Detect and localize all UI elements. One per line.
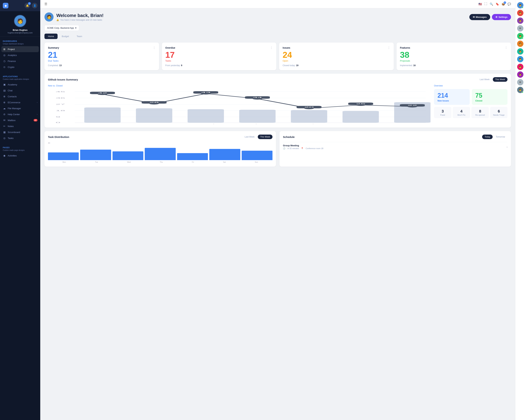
sidebar-item-tasks[interactable]: ◎ Tasks (0, 135, 40, 141)
overdue-card: Overdue ⋮ 17 Tasks From yesterday: 9 (162, 43, 276, 70)
overdue-more-icon[interactable]: ⋮ (270, 46, 273, 49)
today-button[interactable]: Today (482, 135, 493, 139)
sidebar-item-notes[interactable]: ✏ Notes (0, 123, 40, 129)
task-dist-title: Task Distribution (48, 135, 69, 139)
sidebar-item-activities[interactable]: ◉ Activities (0, 153, 40, 159)
sidebar-item-label: Tasks (8, 137, 13, 140)
svg-text:Tue: Tue (147, 124, 161, 124)
messages-icon[interactable]: 💬 (507, 2, 511, 6)
right-panel-avatar-m2[interactable]: M (517, 79, 524, 85)
label-fri: Fri (192, 161, 194, 163)
sidebar-item-contacts[interactable]: ⊕ Contacts (0, 93, 40, 99)
logo-icon[interactable]: ◆ (3, 3, 8, 8)
sidebar-item-academy[interactable]: ▣ Academy (0, 82, 40, 87)
sidebar-item-label: Help Center (8, 113, 20, 116)
scrumboard-icon: ▦ (3, 131, 6, 133)
schedule-time: in 32 minutes (288, 147, 299, 150)
last-week-button[interactable]: Last Week (477, 77, 492, 82)
sidebar-item-scrumboard[interactable]: ▦ Scrumboard (0, 129, 40, 135)
crypto-icon: ⊙ (3, 66, 6, 68)
features-more-icon[interactable]: ⋮ (505, 46, 507, 49)
overdue-number: 17 (165, 51, 273, 59)
user-name: Brian Hughes (13, 29, 28, 31)
page-content: 🧑 Welcome back, Brian! 🔔 You have 2 new … (40, 8, 515, 420)
right-panel-avatar-3[interactable]: 🧑 (517, 18, 524, 24)
summary-more-icon[interactable]: ⋮ (153, 46, 156, 49)
overview-bottom: 3 Fixed 4 Won't Fix 8 Re-opened 6 (434, 107, 507, 118)
sidebar-item-file-manager[interactable]: ☁ File Manager (0, 105, 40, 111)
right-panel-avatar-10[interactable]: 🧑 (517, 71, 524, 78)
sidebar-item-analytics[interactable]: ◎ Analytics (0, 52, 40, 58)
notes-icon: ✏ (3, 125, 6, 128)
tab-budget[interactable]: Budget (58, 34, 73, 39)
right-panel-avatar-7[interactable]: 🧑 (517, 48, 524, 55)
tab-home[interactable]: Home (45, 34, 57, 39)
flag-icon[interactable]: 🇺🇸 (478, 2, 482, 6)
messages-button[interactable]: ✉ Messages (469, 14, 490, 20)
academy-icon: ▣ (3, 83, 6, 86)
right-panel-avatar-5[interactable]: 🧑 (517, 33, 524, 39)
sidebar-item-ecommerce[interactable]: ⊗ ECommerce › (0, 99, 40, 105)
summary-number: 21 (48, 51, 156, 59)
sidebar-item-project[interactable]: ⊞ Project (1, 46, 39, 52)
overview-label: Overview (434, 84, 507, 87)
svg-rect-13 (136, 108, 172, 123)
sidebar-item-label: Scrumboard (8, 131, 20, 133)
profile-icon-button[interactable]: 👤 (32, 3, 38, 8)
svg-rect-16 (291, 110, 327, 123)
right-panel-avatar-9[interactable]: 🧑 (517, 64, 524, 70)
settings-button[interactable]: ⚙ Settings (492, 14, 511, 20)
sidebar-item-mailbox[interactable]: ✉ Mailbox 27 (0, 117, 40, 123)
online-indicator (522, 7, 523, 8)
right-panel-avatar-m1[interactable]: M (517, 25, 524, 31)
svg-text:34: 34 (253, 97, 262, 98)
this-week-button[interactable]: This Week (493, 77, 507, 82)
chat-icon: ▤ (3, 89, 6, 92)
welcome-actions: ✉ Messages ⚙ Settings (469, 14, 511, 20)
sidebar-item-help-center[interactable]: ⊘ Help Center › (0, 111, 40, 117)
online-indicator (522, 38, 523, 39)
issues-more-icon[interactable]: ⋮ (387, 46, 390, 49)
project-selector[interactable]: ACME Corp. Backend App ▾ (45, 25, 79, 31)
schedule-arrow-icon[interactable]: › (507, 145, 507, 149)
tomorrow-button[interactable]: Tomorrow (493, 135, 507, 139)
contacts-icon: ⊕ (3, 95, 6, 98)
right-panel-avatar-12[interactable]: 🧑 (517, 87, 524, 93)
right-panel-avatar-1[interactable]: 🧑 (517, 2, 524, 8)
right-panel-avatar-8[interactable]: 🧑 (517, 56, 524, 62)
fullscreen-icon[interactable]: ⛶ (484, 2, 487, 6)
chart-area: New vs. Closed 45 36 27 18 9 0 (48, 84, 507, 124)
project-selector-label: ACME Corp. Backend App (47, 27, 74, 29)
tab-team[interactable]: Team (73, 34, 86, 39)
chevron-right-icon: › (37, 102, 38, 103)
summary-title: Summary (48, 46, 59, 49)
right-panel-avatar-6[interactable]: 🧑 (517, 41, 524, 47)
schedule-item-info: Group Meeting 🕐 in 32 minutes 📍 Conferen… (283, 144, 323, 150)
task-dist-max-label: 40 (48, 142, 272, 144)
inbox-icon[interactable]: 📦 5 (502, 2, 505, 6)
sidebar-item-finance[interactable]: ◷ Finance (0, 58, 40, 64)
svg-rect-17 (342, 111, 379, 123)
task-this-week-button[interactable]: This Week (258, 135, 272, 139)
right-panel-avatar-2[interactable]: 🧑 (517, 10, 524, 16)
sidebar-item-label: Contacts (8, 95, 17, 98)
search-icon[interactable]: 🔍 (490, 2, 493, 6)
applications-section-sub: Custom made application designs (0, 78, 40, 82)
stat-cards: Summary ⋮ 21 Due Tasks Completed: 13 Ove… (45, 43, 511, 70)
ecommerce-icon: ⊗ (3, 101, 6, 104)
file-manager-icon: ☁ (3, 107, 6, 110)
sidebar-item-crypto[interactable]: ⊙ Crypto (0, 64, 40, 70)
features-card-header: Features ⋮ (400, 46, 508, 49)
chart-right: Overview 214 New Issues 75 Closed (434, 84, 507, 124)
sidebar-item-label: File Manager (8, 107, 21, 110)
sidebar-item-label: ECommerce (8, 101, 20, 104)
hamburger-button[interactable]: ☰ (45, 2, 47, 6)
sidebar-item-chat[interactable]: ▤ Chat (0, 87, 40, 93)
top-icons: 🔔 3 👤 (25, 3, 38, 8)
features-number: 38 (400, 51, 508, 59)
notification-bell-button[interactable]: 🔔 3 (25, 3, 30, 8)
bookmark-icon[interactable]: 🔖 (496, 2, 499, 6)
svg-text:36: 36 (56, 97, 65, 99)
closed-issues-number: 75 (475, 92, 504, 99)
task-last-week-button[interactable]: Last Week (242, 135, 257, 139)
